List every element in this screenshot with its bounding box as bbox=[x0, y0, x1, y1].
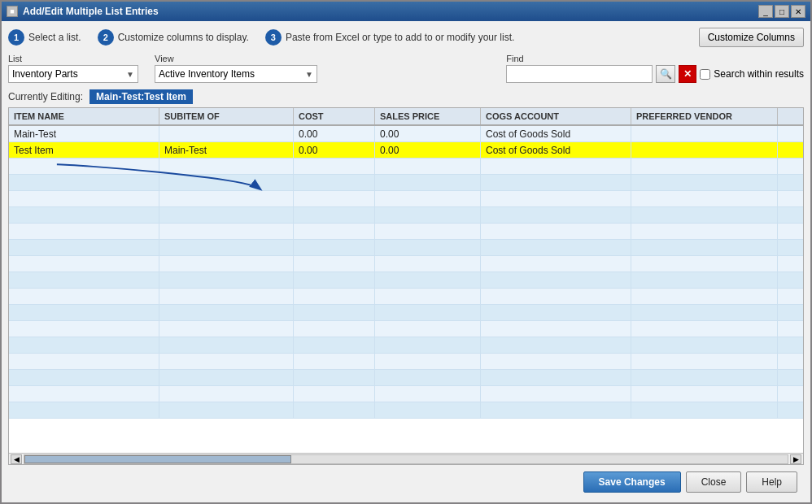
step-1-circle: 1 bbox=[8, 29, 24, 46]
table-row[interactable] bbox=[9, 337, 803, 354]
cell-cogs: Cost of Goods Sold bbox=[481, 142, 631, 158]
table-row[interactable] bbox=[9, 321, 803, 337]
cell-subitem: Main-Test bbox=[159, 142, 294, 158]
step-1: 1 Select a list. bbox=[8, 29, 81, 46]
cell-item-name bbox=[9, 272, 159, 288]
cell-preferred-vendor bbox=[631, 272, 778, 288]
table-row[interactable] bbox=[9, 402, 803, 419]
cell-cost bbox=[294, 272, 375, 288]
fields-row: List Inventory Parts ▼ View Active Inven… bbox=[8, 54, 804, 83]
view-select[interactable]: Active Inventory Items ▼ bbox=[155, 65, 317, 83]
cell-subitem bbox=[159, 272, 294, 288]
cell-subitem bbox=[159, 240, 294, 255]
col-header-item-name: ITEM NAME bbox=[9, 108, 159, 124]
cell-item-name bbox=[9, 337, 159, 353]
cell-cost bbox=[294, 191, 375, 206]
cell-preferred-vendor bbox=[631, 175, 778, 190]
step-3: 3 Paste from Excel or type to add to or … bbox=[265, 29, 514, 46]
cell-item-name: Test Item bbox=[9, 142, 159, 158]
table-header: ITEM NAME SUBITEM OF COST SALES PRICE CO… bbox=[9, 108, 803, 126]
table-row[interactable]: Test Item Main-Test 0.00 0.00 Cost of Go… bbox=[9, 142, 803, 159]
cell-subitem bbox=[159, 126, 294, 141]
scroll-thumb[interactable] bbox=[24, 455, 291, 463]
table-row[interactable] bbox=[9, 159, 803, 175]
find-row: 🔍 ✕ Search within results bbox=[506, 65, 804, 83]
view-field-group: View Active Inventory Items ▼ bbox=[155, 54, 317, 83]
cell-item-name bbox=[9, 240, 159, 255]
table-row[interactable] bbox=[9, 224, 803, 240]
find-clear-button[interactable]: ✕ bbox=[679, 65, 696, 83]
scroll-left-button[interactable]: ◀ bbox=[11, 454, 22, 464]
find-search-button[interactable]: 🔍 bbox=[656, 65, 675, 83]
window-icon: ■ bbox=[7, 6, 18, 17]
close-button[interactable]: Close bbox=[686, 471, 742, 493]
scroll-track[interactable] bbox=[24, 454, 788, 464]
table-row[interactable] bbox=[9, 370, 803, 386]
table-row[interactable] bbox=[9, 256, 803, 272]
cell-subitem bbox=[159, 207, 294, 223]
table-row[interactable] bbox=[9, 191, 803, 207]
cell-sales-price bbox=[375, 240, 481, 255]
scroll-right-button[interactable]: ▶ bbox=[790, 454, 801, 464]
cell-cogs bbox=[481, 289, 631, 304]
cell-sales-price bbox=[375, 321, 481, 337]
list-select[interactable]: Inventory Parts ▼ bbox=[8, 65, 138, 83]
table-row[interactable]: Main-Test 0.00 0.00 Cost of Goods Sold bbox=[9, 126, 803, 142]
table-row[interactable] bbox=[9, 240, 803, 256]
table-row[interactable] bbox=[9, 272, 803, 289]
restore-button[interactable]: □ bbox=[775, 5, 789, 18]
list-label: List bbox=[8, 54, 138, 63]
table-row[interactable] bbox=[9, 354, 803, 370]
cell-subitem bbox=[159, 175, 294, 190]
cell-sales-price: 0.00 bbox=[375, 142, 481, 158]
cell-cogs bbox=[481, 256, 631, 272]
table-row[interactable] bbox=[9, 175, 803, 191]
cell-sales-price bbox=[375, 191, 481, 206]
step-1-label: Select a list. bbox=[28, 32, 81, 43]
cell-preferred-vendor bbox=[631, 240, 778, 255]
content-area: 1 Select a list. 2 Customize columns to … bbox=[2, 21, 810, 502]
customize-columns-button[interactable]: Customize Columns bbox=[699, 28, 804, 47]
title-bar-controls: _ □ ✕ bbox=[758, 5, 805, 18]
cell-cost bbox=[294, 337, 375, 353]
col-header-preferred-vendor: PREFERRED VENDOR bbox=[631, 108, 778, 124]
cell-cogs bbox=[481, 240, 631, 255]
search-within-checkbox[interactable] bbox=[700, 69, 710, 80]
cell-preferred-vendor bbox=[631, 354, 778, 369]
cell-subitem bbox=[159, 191, 294, 206]
cell-subitem bbox=[159, 354, 294, 369]
steps-container: 1 Select a list. 2 Customize columns to … bbox=[8, 29, 514, 46]
cell-sales-price bbox=[375, 305, 481, 320]
cell-subitem bbox=[159, 305, 294, 320]
cell-preferred-vendor bbox=[631, 126, 778, 141]
cell-subitem bbox=[159, 386, 294, 402]
save-changes-button[interactable]: Save Changes bbox=[583, 471, 681, 493]
step-2: 2 Customize columns to display. bbox=[98, 29, 249, 46]
cell-cogs bbox=[481, 321, 631, 337]
find-input[interactable] bbox=[506, 65, 653, 83]
cell-preferred-vendor bbox=[631, 402, 778, 418]
cell-preferred-vendor bbox=[631, 224, 778, 239]
cell-preferred-vendor bbox=[631, 337, 778, 353]
help-button[interactable]: Help bbox=[746, 471, 797, 493]
table-row[interactable] bbox=[9, 386, 803, 402]
cell-cost bbox=[294, 305, 375, 320]
cell-preferred-vendor bbox=[631, 305, 778, 320]
cell-cogs bbox=[481, 337, 631, 353]
cell-item-name bbox=[9, 207, 159, 223]
cell-cogs bbox=[481, 207, 631, 223]
cell-subitem bbox=[159, 337, 294, 353]
close-window-button[interactable]: ✕ bbox=[791, 5, 805, 18]
cell-sales-price bbox=[375, 289, 481, 304]
step-bar: 1 Select a list. 2 Customize columns to … bbox=[8, 28, 804, 47]
col-header-subitem: SUBITEM OF bbox=[159, 108, 294, 124]
table-row[interactable] bbox=[9, 305, 803, 321]
editing-bar: Currently Editing: Main-Test:Test Item bbox=[8, 89, 804, 104]
search-within-label: Search within results bbox=[700, 68, 804, 80]
minimize-button[interactable]: _ bbox=[758, 5, 773, 18]
step-3-label: Paste from Excel or type to add to or mo… bbox=[286, 32, 514, 43]
horizontal-scrollbar[interactable]: ◀ ▶ bbox=[9, 453, 803, 464]
table-row[interactable] bbox=[9, 207, 803, 224]
footer: Save Changes Close Help bbox=[8, 465, 804, 496]
table-row[interactable] bbox=[9, 289, 803, 305]
